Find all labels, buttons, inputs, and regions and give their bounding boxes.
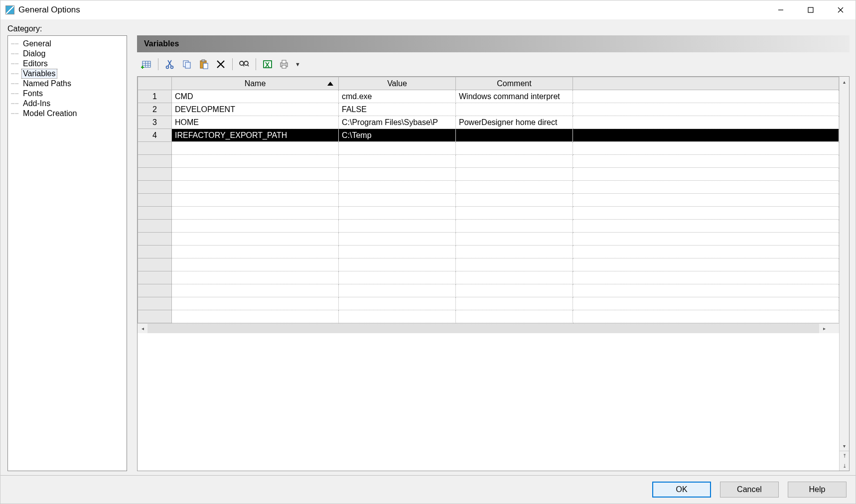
cell-empty[interactable] [456, 207, 573, 220]
cell-value[interactable]: cmd.exe [339, 90, 456, 103]
column-header-comment[interactable]: Comment [456, 77, 573, 90]
cell-empty[interactable] [339, 246, 456, 258]
cut-button[interactable] [162, 57, 177, 71]
cell-empty[interactable] [172, 297, 339, 310]
cell-empty[interactable] [573, 220, 839, 233]
row-number[interactable] [138, 258, 172, 271]
table-row-empty[interactable] [138, 207, 839, 220]
row-number[interactable] [138, 194, 172, 207]
row-number[interactable]: 3 [138, 116, 172, 129]
cell-empty[interactable] [339, 155, 456, 168]
cell-empty[interactable] [456, 258, 573, 271]
category-item-fonts[interactable]: ┈┈Fonts [10, 89, 125, 99]
category-item-named-paths[interactable]: ┈┈Named Paths [10, 79, 125, 89]
cell-empty[interactable] [339, 207, 456, 220]
row-number[interactable] [138, 246, 172, 258]
table-row[interactable]: 1CMDcmd.exeWindows command interpret [138, 90, 839, 103]
cell-comment[interactable]: PowerDesigner home direct [456, 116, 573, 129]
cell-empty[interactable] [456, 155, 573, 168]
new-row-button[interactable] [139, 57, 154, 71]
delete-button[interactable] [213, 57, 228, 71]
copy-button[interactable] [179, 57, 194, 71]
table-row-empty[interactable] [138, 271, 839, 284]
cell-empty[interactable] [339, 194, 456, 207]
scroll-up-icon[interactable]: ▴ [840, 77, 849, 87]
cell-value[interactable]: C:\Temp [339, 129, 456, 142]
table-row[interactable]: 3HOMEC:\Program Files\Sybase\PPowerDesig… [138, 116, 839, 129]
cell-empty[interactable] [339, 220, 456, 233]
table-row-empty[interactable] [138, 220, 839, 233]
close-button[interactable] [826, 0, 856, 19]
cell-empty[interactable] [573, 297, 839, 310]
row-number[interactable] [138, 207, 172, 220]
table-row-empty[interactable] [138, 155, 839, 168]
scroll-left-icon[interactable]: ◂ [138, 324, 147, 333]
row-number[interactable] [138, 168, 172, 181]
row-number[interactable]: 2 [138, 103, 172, 116]
row-header-corner[interactable] [138, 77, 172, 90]
cell-comment[interactable] [456, 103, 573, 116]
cell-empty[interactable] [456, 284, 573, 297]
category-item-general[interactable]: ┈┈General [10, 39, 125, 49]
cell-empty[interactable] [573, 284, 839, 297]
table-row-empty[interactable] [138, 258, 839, 271]
excel-button[interactable] [260, 57, 275, 71]
cell-empty[interactable] [172, 168, 339, 181]
cell-empty[interactable] [339, 233, 456, 246]
cell-empty[interactable] [172, 194, 339, 207]
cell-empty[interactable] [573, 258, 839, 271]
cell-empty[interactable] [573, 155, 839, 168]
cell-empty[interactable] [573, 194, 839, 207]
category-tree[interactable]: ┈┈General┈┈Dialog┈┈Editors┈┈Variables┈┈N… [7, 35, 127, 471]
table-row[interactable]: 4IREFACTORY_EXPORT_PATHC:\Temp [138, 129, 839, 142]
row-number[interactable] [138, 220, 172, 233]
cell-name[interactable]: CMD [172, 90, 339, 103]
table-row-empty[interactable] [138, 233, 839, 246]
page-down-icon[interactable]: ⤓ [840, 461, 849, 471]
cell-empty[interactable] [172, 181, 339, 194]
table-row-empty[interactable] [138, 297, 839, 310]
cell-empty[interactable] [172, 271, 339, 284]
row-number[interactable] [138, 155, 172, 168]
category-item-model-creation[interactable]: ┈┈Model Creation [10, 109, 125, 119]
cell-empty[interactable] [456, 233, 573, 246]
cell-empty[interactable] [339, 142, 456, 155]
cell-empty[interactable] [573, 181, 839, 194]
row-number[interactable] [138, 142, 172, 155]
cell-empty[interactable] [456, 194, 573, 207]
page-up-icon[interactable]: ⤒ [840, 451, 849, 461]
cell-empty[interactable] [339, 168, 456, 181]
variables-grid[interactable]: Name Value Comment 1CMDcmd.exeWindows co… [137, 76, 850, 471]
maximize-button[interactable] [796, 0, 826, 19]
cell-empty[interactable] [339, 181, 456, 194]
category-item-dialog[interactable]: ┈┈Dialog [10, 49, 125, 59]
cell-empty[interactable] [573, 142, 839, 155]
ok-button[interactable]: OK [652, 482, 711, 498]
cell-empty[interactable] [573, 233, 839, 246]
scroll-down-icon[interactable]: ▾ [840, 441, 849, 451]
cell-name[interactable]: DEVELOPMENT [172, 103, 339, 116]
row-number[interactable] [138, 181, 172, 194]
table-row-empty[interactable] [138, 246, 839, 258]
cell-empty[interactable] [573, 207, 839, 220]
table-row-empty[interactable] [138, 284, 839, 297]
cell-value[interactable]: FALSE [339, 103, 456, 116]
cell-empty[interactable] [172, 310, 339, 323]
cell-empty[interactable] [456, 271, 573, 284]
cell-empty[interactable] [339, 284, 456, 297]
cell-empty[interactable] [456, 297, 573, 310]
cell-empty[interactable] [339, 297, 456, 310]
help-button[interactable]: Help [788, 482, 847, 498]
cell-empty[interactable] [172, 220, 339, 233]
find-button[interactable] [237, 57, 252, 71]
cell-empty[interactable] [456, 181, 573, 194]
category-item-variables[interactable]: ┈┈Variables [10, 69, 125, 79]
cell-empty[interactable] [456, 220, 573, 233]
cell-name[interactable]: HOME [172, 116, 339, 129]
category-item-editors[interactable]: ┈┈Editors [10, 59, 125, 69]
cell-empty[interactable] [573, 246, 839, 258]
cell-empty[interactable] [573, 168, 839, 181]
cell-name[interactable]: IREFACTORY_EXPORT_PATH [172, 129, 339, 142]
table-row-empty[interactable] [138, 194, 839, 207]
row-number[interactable] [138, 284, 172, 297]
